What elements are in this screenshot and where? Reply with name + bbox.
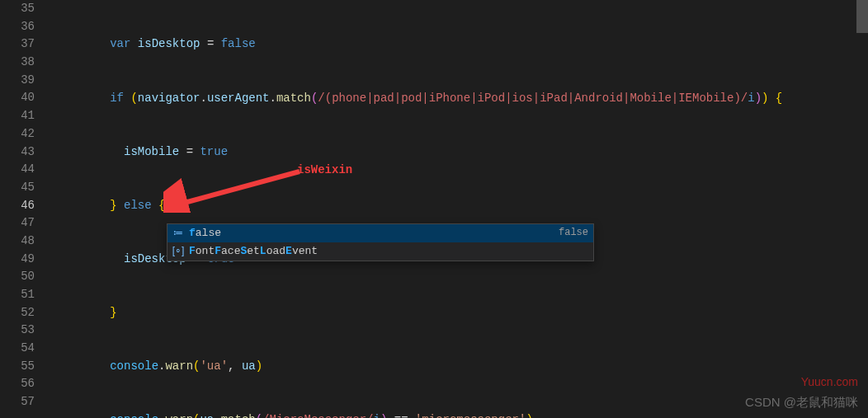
code-line: } — [54, 304, 868, 322]
autocomplete-item-selected[interactable]: ≔ false false — [167, 224, 593, 242]
autocomplete-detail: false — [559, 224, 588, 242]
vertical-scrollbar[interactable] — [856, 0, 868, 418]
line-number: 53 — [0, 322, 48, 340]
line-number: 47 — [0, 214, 48, 232]
keyword-icon: ≔ — [171, 224, 186, 242]
line-number: 44 — [0, 161, 48, 179]
line-number: 49 — [0, 251, 48, 269]
line-number: 45 — [0, 179, 48, 197]
code-line: } else { — [54, 197, 868, 215]
code-area[interactable]: var isDesktop = false if (navigator.user… — [48, 0, 868, 418]
code-line: console.warn('ua', ua) — [54, 358, 868, 376]
line-number: 55 — [0, 358, 48, 376]
line-number: 35 — [0, 0, 48, 18]
watermark-csdn: CSDN @老鼠和猫咪 — [745, 393, 858, 411]
line-number: 54 — [0, 340, 48, 358]
autocomplete-label: false — [189, 224, 559, 242]
code-line: var isDesktop = false — [54, 35, 868, 54]
autocomplete-item[interactable]: [∘] FontFaceSetLoadEvent — [167, 242, 593, 261]
line-number: 48 — [0, 232, 48, 251]
code-line: isMobile = true — [54, 143, 868, 162]
line-number: 40 — [0, 89, 48, 107]
line-number: 52 — [0, 304, 48, 322]
line-number: 56 — [0, 375, 48, 393]
line-number: 57 — [0, 393, 48, 411]
code-line: if (navigator.userAgent.match(/(phone|pa… — [54, 90, 868, 108]
annotation-label: isWeixin — [297, 162, 352, 180]
line-number: 43 — [0, 143, 48, 162]
text-cursor — [170, 198, 172, 213]
variable-icon: [∘] — [171, 242, 186, 261]
autocomplete-label: FontFaceSetLoadEvent — [189, 242, 588, 261]
scroll-thumb[interactable] — [856, 0, 868, 33]
line-number: 50 — [0, 268, 48, 286]
line-number: 37 — [0, 35, 48, 54]
line-number: 38 — [0, 54, 48, 72]
line-number: 51 — [0, 286, 48, 304]
watermark-url: Yuucn.com — [801, 373, 858, 392]
code-line: console.warn(ua.match(/MicroMessenger/i)… — [54, 411, 868, 418]
line-number: 41 — [0, 107, 48, 125]
line-number-gutter: 35 36 37 38 39 40 41 42 43 44 45 46 47 4… — [0, 0, 48, 418]
line-number: 36 — [0, 18, 48, 36]
line-number: 42 — [0, 125, 48, 143]
line-number: 39 — [0, 72, 48, 90]
autocomplete-popup[interactable]: ≔ false false [∘] FontFaceSetLoadEvent — [167, 223, 594, 261]
line-number-active: 46 — [0, 197, 48, 215]
code-editor[interactable]: 35 36 37 38 39 40 41 42 43 44 45 46 47 4… — [0, 0, 868, 418]
